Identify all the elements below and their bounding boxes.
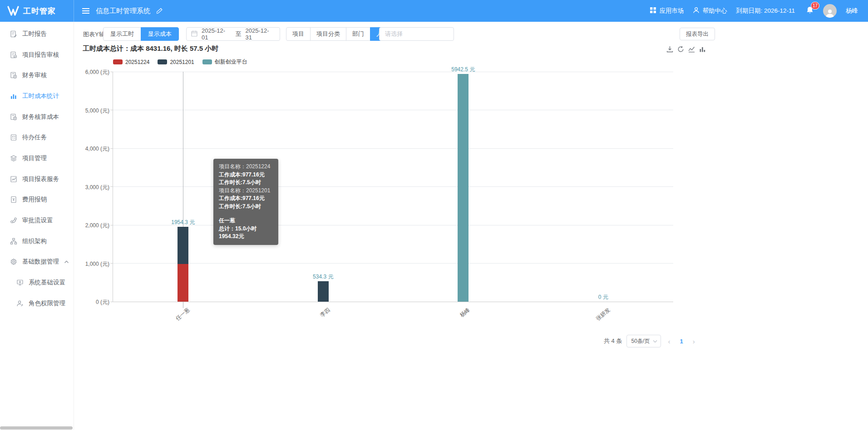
tooltip-row: 工作成本:977.16元 (219, 171, 273, 179)
app-name: 工时管家 (23, 6, 56, 16)
sidebar-item-工时报告[interactable]: 工时报告 (0, 24, 74, 44)
sidebar-item-label: 工时成本统计 (22, 92, 59, 100)
app-market-link[interactable]: 应用市场 (650, 7, 684, 15)
sidebar-item-系统基础设置[interactable]: 系统基础设置 (0, 272, 74, 293)
tooltip-row (219, 210, 273, 217)
date-separator: 至 (236, 30, 242, 38)
calendar-icon (191, 30, 197, 38)
y-axis-tick-label: 4,000 (元) (71, 145, 109, 153)
header-right: 应用市场 帮助中心 到期日期: 2026-12-11 17 杨峰 (650, 4, 868, 18)
sidebar-item-label: 项目报表服务 (22, 175, 59, 183)
bar-segment-20251201[interactable] (318, 281, 329, 302)
sidebar-item-项目管理[interactable]: 项目管理 (0, 148, 74, 169)
tooltip-row: 工作成本:977.16元 (219, 195, 273, 203)
avatar[interactable] (823, 4, 837, 18)
edit-title-icon[interactable] (157, 8, 163, 14)
legend-item-20251224[interactable]: 20251224 (113, 59, 149, 65)
layers-icon (10, 155, 17, 162)
tooltip-row: 总计：15.0小时1954.32元 (219, 225, 273, 241)
sidebar-item-label: 系统基础设置 (29, 279, 65, 287)
y-axis-tick-label: 6,000 (元) (71, 68, 109, 76)
sidebar-item-label: 待办任务 (22, 133, 47, 142)
person-select[interactable]: 请选择 (379, 27, 454, 41)
org-icon (10, 238, 17, 245)
sidebar-item-label: 组织架构 (22, 237, 47, 245)
page-number-1[interactable]: 1 (677, 338, 686, 345)
next-page-button[interactable]: › (690, 337, 697, 345)
system-title: 信息工时管理系统 (96, 7, 150, 15)
refresh-chart-icon[interactable] (677, 45, 684, 53)
show-cost-button[interactable]: 显示成本 (141, 27, 179, 41)
legend-item-创新创业平台[interactable]: 创新创业平台 (202, 58, 247, 66)
sidebar-item-财务审核[interactable]: 财务审核 (0, 65, 74, 86)
sidebar-item-财务核算成本[interactable]: 财务核算成本 (0, 107, 74, 127)
sidebar-item-label: 财务核算成本 (22, 113, 59, 121)
sidebar-item-工时成本统计[interactable]: 工时成本统计 (0, 86, 74, 107)
tooltip-row: 工作时长:7.5小时 (219, 203, 273, 211)
sidebar-item-基础数据管理[interactable]: 基础数据管理 (0, 252, 74, 273)
sidebar-item-组织架构[interactable]: 组织架构 (0, 231, 74, 252)
chevron-down-icon (653, 338, 657, 344)
dim-department-button[interactable]: 部门 (346, 27, 370, 41)
x-axis-label: 张妍发 (594, 306, 612, 322)
notification-badge: 17 (811, 2, 819, 10)
logo-area[interactable]: 工时管家 (0, 0, 74, 22)
sidebar-item-待办任务[interactable]: 待办任务 (0, 127, 74, 148)
sidebar-item-费用报销[interactable]: 费用报销 (0, 190, 74, 210)
select-placeholder: 请选择 (385, 30, 403, 38)
tooltip-row: 任一葱 (219, 217, 273, 225)
dim-category-button[interactable]: 项目分类 (310, 27, 346, 41)
page-size-select[interactable]: 50条/页 (626, 335, 661, 347)
download-chart-icon[interactable] (666, 45, 673, 53)
current-username: 杨峰 (846, 7, 858, 15)
pagination: 共 4 条 50条/页 ‹ 1 › (604, 335, 697, 347)
y-axis-tick-label: 0 (元) (71, 298, 109, 306)
help-center-link[interactable]: 帮助中心 (693, 7, 727, 15)
legend-label: 20251224 (125, 59, 149, 65)
top-header: 工时管家 信息工时管理系统 应用市场 帮助中心 到期日期: 2026-1 (0, 0, 868, 22)
sidebar: 工时报告项目报告审核财务审核工时成本统计财务核算成本待办任务项目管理项目报表服务… (0, 22, 74, 430)
chart-tooltip: 项目名称：20251224工作成本:977.16元工作时长:7.5小时项目名称：… (213, 159, 278, 245)
x-axis-label: 杨峰 (459, 306, 472, 319)
show-hours-button[interactable]: 显示工时 (103, 27, 141, 41)
finance-cost-icon (10, 113, 17, 121)
prev-page-button[interactable]: ‹ (666, 337, 672, 345)
y-axis-tick (110, 225, 113, 225)
chart-summary-title: 工时成本总计：成本 8431.16, 时长 57.5 小时 (83, 44, 218, 53)
role-icon (16, 300, 24, 307)
bar-segment-20251201[interactable] (178, 227, 188, 264)
bar-chart-toggle-icon[interactable] (699, 45, 706, 53)
sidebar-item-label: 角色权限管理 (29, 299, 65, 308)
finance-audit-icon (10, 72, 17, 79)
gridline (113, 110, 673, 110)
date-start: 2025-12-01 (202, 27, 232, 41)
hamburger-menu-icon[interactable] (82, 8, 89, 14)
date-range-picker[interactable]: 2025-12-01 至 2025-12-31 (186, 27, 280, 41)
sidebar-item-label: 项目报告审核 (22, 51, 59, 59)
line-chart-toggle-icon[interactable] (688, 45, 695, 53)
bar-chart-icon (10, 93, 17, 100)
sidebar-item-项目报告审核[interactable]: 项目报告审核 (0, 44, 74, 65)
legend-item-20251201[interactable]: 20251201 (158, 59, 194, 65)
y-axis-tick-label: 1,000 (元) (71, 260, 109, 268)
app-logo-icon (7, 6, 19, 16)
legend-marker (202, 59, 212, 64)
sidebar-item-审批流设置[interactable]: 审批流设置 (0, 210, 74, 231)
y-axis-tick (110, 110, 113, 110)
expiry-date: 到期日期: 2026-12-11 (736, 7, 795, 15)
horizontal-scrollbar-thumb[interactable] (0, 426, 73, 430)
gridline (113, 148, 673, 149)
legend-label: 20251201 (170, 59, 194, 65)
export-report-button[interactable]: 报表导出 (680, 28, 715, 40)
tooltip-row: 项目名称：20251201 (219, 187, 273, 195)
sidebar-item-角色权限管理[interactable]: 角色权限管理 (0, 293, 74, 314)
sidebar-item-项目报表服务[interactable]: 项目报表服务 (0, 169, 74, 190)
notification-bell[interactable]: 17 (806, 6, 814, 16)
sidebar-item-label: 费用报销 (22, 195, 47, 204)
chart-y-axis-label: 图表Y轴 (83, 30, 105, 39)
y-axis-tick (110, 186, 113, 187)
bar-segment-创新创业平台[interactable] (458, 74, 469, 302)
bar-segment-20251224[interactable] (178, 264, 188, 302)
bell-icon (806, 9, 814, 16)
dim-project-button[interactable]: 项目 (286, 27, 311, 41)
